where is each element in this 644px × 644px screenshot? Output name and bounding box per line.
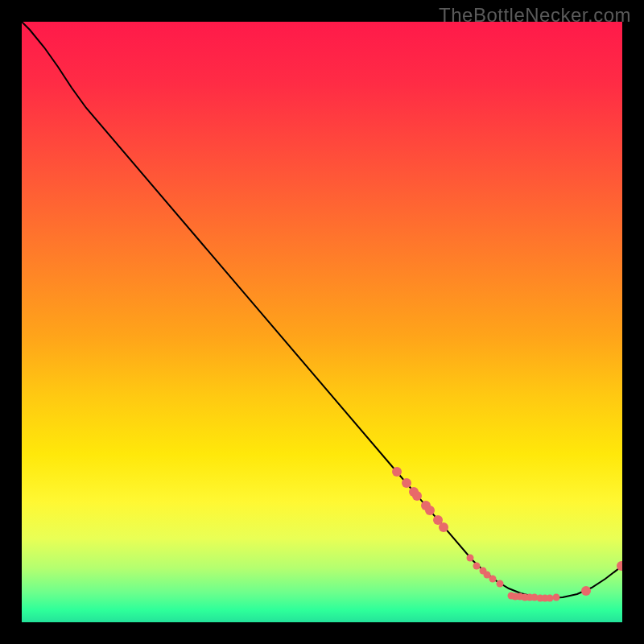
data-marker (402, 478, 411, 488)
data-markers (392, 467, 622, 602)
data-marker (497, 580, 504, 588)
chart-plot-area (22, 22, 622, 622)
data-marker (473, 563, 481, 570)
data-marker (489, 576, 497, 583)
bottleneck-curve (22, 22, 622, 598)
data-marker (553, 594, 560, 601)
data-marker (439, 522, 448, 532)
chart-overlay (22, 22, 622, 622)
data-marker (392, 467, 402, 477)
data-marker (547, 595, 554, 602)
data-marker (467, 555, 474, 562)
watermark-text: TheBottleNecker.com (439, 4, 631, 27)
data-marker (425, 506, 435, 515)
data-marker (581, 586, 591, 596)
data-marker (412, 491, 422, 501)
